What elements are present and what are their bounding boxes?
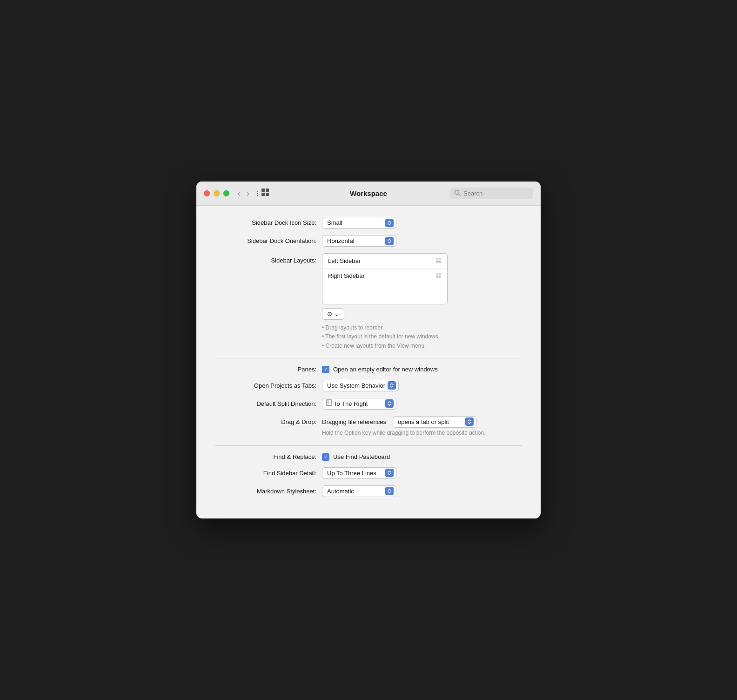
grid-button[interactable]: ⁝ [255,187,270,200]
layouts-action-button[interactable]: ⊙ ⌄ [322,308,344,320]
markdown-stylesheet-label: Markdown Stylesheet: [215,488,322,495]
layouts-actions: ⊙ ⌄ [322,308,522,320]
separator-1 [215,358,522,358]
svg-line-5 [459,194,461,196]
open-projects-select-wrapper: Use System Behavior Always Never [322,380,399,391]
sidebar-dock-orientation-control: Horizontal Vertical [322,235,522,247]
drag-drop-hint: Hold the Option key while dragging to pe… [322,430,522,436]
drag-drop-row: Drag & Drop: Dragging file references op… [215,416,522,428]
sidebar-dock-icon-size-select[interactable]: Small Medium Large [322,217,396,229]
maximize-button[interactable] [223,190,229,196]
open-projects-control: Use System Behavior Always Never [322,380,522,391]
panes-checkbox-label: Open an empty editor for new windows [333,366,438,373]
drag-drop-label: Drag & Drop: [215,418,322,425]
settings-content: Sidebar Dock Icon Size: Small Medium Lar… [196,206,541,518]
find-sidebar-detail-select[interactable]: Up To Three Lines One Line Two Lines [322,467,396,479]
find-replace-checkbox[interactable]: ✓ [322,453,329,461]
preferences-window: ‹ › ⁝ Workspace Sidebar Dock [196,182,541,518]
sidebar-dock-orientation-label: Sidebar Dock Orientation: [215,237,322,244]
list-item-left-sidebar[interactable]: Left Sidebar ⌘ [322,254,447,269]
search-icon [454,189,461,197]
titlebar: ‹ › ⁝ Workspace [196,182,541,206]
list-item-right-sidebar[interactable]: Right Sidebar ⌘ [322,269,447,283]
find-replace-control: ✓ Use Find Pasteboard [322,453,522,461]
open-projects-label: Open Projects as Tabs: [215,382,322,389]
close-button[interactable] [204,190,210,196]
window-title: Workspace [350,189,387,197]
left-sidebar-shortcut: ⌘ [436,257,442,264]
markdown-stylesheet-row: Markdown Stylesheet: Automatic Default [215,485,522,497]
default-split-row: Default Split Direction: To The Right To… [215,398,522,410]
action-chevron: ⌄ [334,310,339,317]
sidebar-dock-icon-size-select-wrapper: Small Medium Large [322,217,396,229]
drag-drop-control: Dragging file references opens a tab or … [322,416,522,428]
find-sidebar-detail-label: Find Sidebar Detail: [215,470,322,477]
sidebar-layouts-label: Sidebar Layouts: [215,253,322,264]
sidebar-layouts-row: Sidebar Layouts: Left Sidebar ⌘ Right Si… [215,253,522,350]
find-replace-checkbox-row: ✓ Use Find Pasteboard [322,453,390,461]
find-replace-label: Find & Replace: [215,453,322,460]
find-replace-checkmark: ✓ [324,454,328,459]
sidebar-dock-orientation-select[interactable]: Horizontal Vertical [322,235,396,247]
panes-row: Panes: ✓ Open an empty editor for new wi… [215,366,522,373]
svg-rect-0 [261,188,265,192]
search-box[interactable] [449,188,533,199]
markdown-stylesheet-select[interactable]: Automatic Default [322,485,396,497]
hint-3: Create new layouts from the View menu. [322,342,522,350]
sidebar-dock-icon-size-row: Sidebar Dock Icon Size: Small Medium Lar… [215,217,522,229]
panes-control: ✓ Open an empty editor for new windows [322,366,522,373]
open-projects-select[interactable]: Use System Behavior Always Never [322,380,399,391]
find-replace-row: Find & Replace: ✓ Use Find Pasteboard [215,453,522,461]
action-icon: ⊙ [327,310,332,317]
find-sidebar-detail-row: Find Sidebar Detail: Up To Three Lines O… [215,467,522,479]
default-split-control: To The Right To The Bottom [322,398,522,410]
find-sidebar-detail-control: Up To Three Lines One Line Two Lines [322,467,522,479]
sidebar-dock-icon-size-label: Sidebar Dock Icon Size: [215,219,322,226]
open-projects-row: Open Projects as Tabs: Use System Behavi… [215,380,522,391]
back-button[interactable]: ‹ [236,189,242,198]
svg-rect-3 [266,193,269,196]
sidebar-dock-orientation-select-wrapper: Horizontal Vertical [322,235,396,247]
sidebar-layouts-right: Left Sidebar ⌘ Right Sidebar ⌘ ⊙ ⌄ Drag [322,253,522,350]
sidebar-dock-orientation-row: Sidebar Dock Orientation: Horizontal Ver… [215,235,522,247]
traffic-lights [204,190,229,196]
hint-1: Drag layouts to reorder. [322,323,522,332]
svg-rect-2 [261,193,265,196]
svg-rect-1 [266,188,269,192]
drag-drop-prefix: Dragging file references [322,418,386,425]
right-sidebar-label: Right Sidebar [328,272,365,279]
hint-2: The first layout is the default for new … [322,332,522,341]
drag-drop-section: Drag & Drop: Dragging file references op… [215,416,522,436]
forward-button[interactable]: › [245,189,251,198]
find-sidebar-detail-select-wrapper: Up To Three Lines One Line Two Lines [322,467,396,479]
right-sidebar-shortcut: ⌘ [436,272,442,279]
default-split-label: Default Split Direction: [215,400,322,407]
sidebar-layouts-listbox: Left Sidebar ⌘ Right Sidebar ⌘ [322,253,448,304]
sidebar-dock-icon-size-control: Small Medium Large [322,217,522,229]
default-split-select[interactable]: To The Right To The Bottom [322,398,396,410]
find-replace-checkbox-label: Use Find Pasteboard [333,453,390,460]
drag-drop-select[interactable]: opens a tab or split opens a tab opens a… [393,416,476,428]
panes-checkbox[interactable]: ✓ [322,366,329,373]
search-input[interactable] [463,190,529,197]
panes-checkbox-row: ✓ Open an empty editor for new windows [322,366,438,373]
layouts-hints: Drag layouts to reorder. The first layou… [322,323,522,350]
nav-buttons: ‹ › [236,189,251,198]
markdown-stylesheet-select-wrapper: Automatic Default [322,485,396,497]
markdown-stylesheet-control: Automatic Default [322,485,522,497]
separator-2 [215,445,522,446]
panes-checkmark: ✓ [324,367,328,372]
minimize-button[interactable] [214,190,220,196]
drag-drop-select-wrapper: opens a tab or split opens a tab opens a… [393,416,476,428]
panes-label: Panes: [215,366,322,373]
left-sidebar-label: Left Sidebar [328,257,361,264]
default-split-select-wrapper: To The Right To The Bottom [322,398,396,410]
